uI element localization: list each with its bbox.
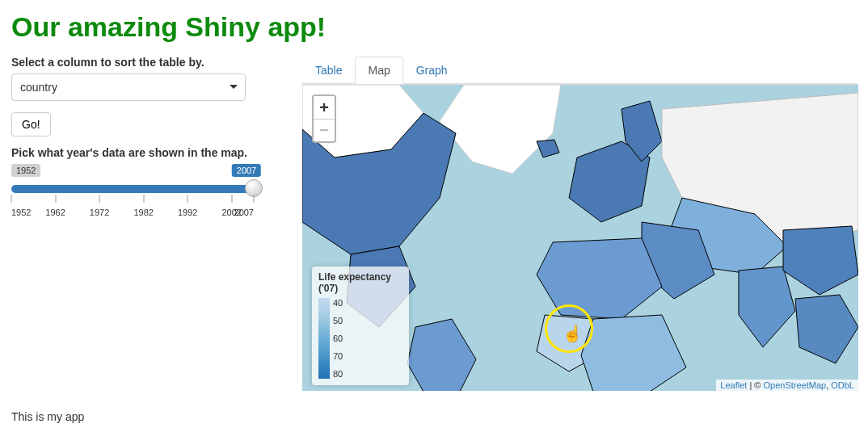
footer-text: This is my app: [11, 410, 857, 423]
odbl-link[interactable]: ODbL: [831, 380, 854, 390]
slider-label: Pick what year's data are shown in the m…: [11, 146, 278, 159]
leaflet-link[interactable]: Leaflet: [720, 380, 747, 390]
page-title: Our amazing Shiny app!: [11, 11, 857, 43]
main-panel: Table Map Graph: [302, 56, 857, 391]
tab-map[interactable]: Map: [355, 57, 402, 84]
slider-min-badge: 1952: [11, 164, 40, 177]
select-label: Select a column to sort the table by.: [11, 56, 278, 69]
select-value: country: [20, 81, 57, 94]
zoom-in-button[interactable]: +: [314, 96, 335, 119]
map-legend: Life expectancy ('07) 40 50 60 70 80: [312, 266, 409, 385]
map-attribution: Leaflet | © OpenStreetMap, ODbL: [716, 380, 858, 391]
slider-value-badge: 2007: [232, 164, 261, 177]
sidebar-panel: Select a column to sort the table by. co…: [11, 56, 278, 391]
sort-column-select[interactable]: country: [11, 73, 246, 101]
leaflet-map[interactable]: + − Life expectancy ('07) 40 50 60 70 80: [302, 84, 858, 391]
legend-title: Life expectancy ('07): [318, 271, 402, 295]
tab-table[interactable]: Table: [302, 57, 355, 84]
slider-track[interactable]: [11, 185, 254, 193]
osm-link[interactable]: OpenStreetMap: [763, 380, 826, 390]
slider-ticks: [11, 195, 254, 206]
legend-ticks: 40 50 60 70 80: [333, 298, 343, 379]
go-button[interactable]: Go!: [11, 112, 51, 136]
legend-colorbar-icon: [318, 298, 330, 379]
slider-tick-labels: 1952 1962 1972 1982 1992 2002 2007: [11, 208, 254, 220]
tab-graph[interactable]: Graph: [403, 57, 461, 84]
year-slider[interactable]: 1952 2007 1952 1962 1972 1982 1992 2002: [11, 164, 254, 220]
zoom-out-button[interactable]: −: [314, 119, 335, 141]
tab-bar: Table Map Graph: [302, 56, 857, 84]
caret-down-icon: [230, 85, 238, 89]
zoom-control: + −: [312, 94, 336, 143]
